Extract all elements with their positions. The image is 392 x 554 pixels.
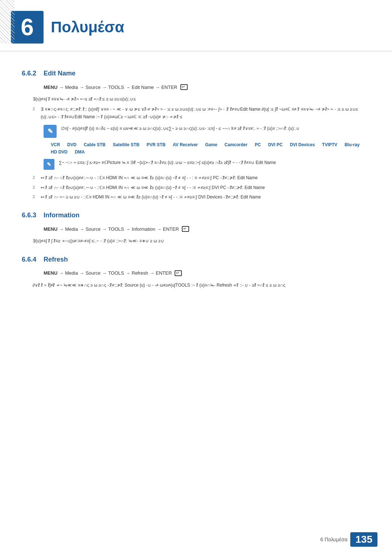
device-list: VCR DVD Cable STB Satellite STB PVR STB … xyxy=(51,142,370,155)
device-camcorder: Camcorder xyxy=(225,142,248,147)
menu-media-663: Media xyxy=(65,226,78,232)
device-cable: Cable STB xyxy=(84,142,106,147)
device-bluray: Blu-ray xyxy=(344,142,359,147)
enter-icon xyxy=(180,84,188,90)
device-dvd: DVD xyxy=(67,142,76,147)
menu-label-663: MENU xyxy=(44,226,57,232)
menu-info: Information xyxy=(132,226,155,232)
device-game: Game xyxy=(205,142,217,147)
menu-enter-664: ENTER xyxy=(156,270,172,276)
section-664-menu: MENU → Media → Source → TOOLS → Refresh … xyxy=(44,270,370,276)
sub-item-2: 2 ↤ ℓ̃ ≥ℓ̃ ∩- ∩ℓ̃ ℓ̃≥∪(u)≠≠:.~-∪ - ::ℂ≡ … xyxy=(33,184,370,191)
device-pvr: PVR STB xyxy=(147,142,166,147)
device-hddvd: HD DVD xyxy=(51,149,68,155)
device-satellite: Satellite STB xyxy=(113,142,139,147)
sub-item-3: 2 ↤ ℓ̃ ≥ℓ̃ ∩- ≈~ ≥ ω ≥∪ - ::ℂ≡ HDMI IN ≈… xyxy=(33,193,370,201)
menu-enter-663: ENTER xyxy=(163,226,179,232)
section-663: 6.6.3 Information MENU → Media → Source … xyxy=(22,212,370,245)
device-vcr: VCR xyxy=(51,142,60,147)
menu-source: Source xyxy=(86,85,101,90)
menu-enter: ENTER xyxy=(161,85,177,90)
menu-source-663: Source xyxy=(86,226,101,232)
note-icon-2: ✎ xyxy=(44,159,54,170)
menu-tools-664: TOOLS xyxy=(108,270,124,276)
menu-source-664: Source xyxy=(86,270,101,276)
chapter-header: 6 Πολυμέσα xyxy=(0,0,392,52)
corner-pattern xyxy=(0,0,15,44)
section-662: 6.6.2 Edit Name MENU → Media → Source → … xyxy=(22,70,370,201)
sub-item-1: 2 ↤ ℓ̃ ≥ℓ̃ ∩- ∩ℓ̃ ℓ̃≥∪(u)≠≠:.~-∪ - ::ℂ≡ … xyxy=(33,174,370,181)
section-662-body: ∃(u)≠≡∫ ℓ̃ ≡≡∨≒- -≠ ≯ℓ̂≈ ≈~≤ ≥ℓ̃ ≈∩ℓ̃:≤ … xyxy=(33,95,370,103)
chapter-title: Πολυμέσα xyxy=(51,19,124,36)
page-container: 6 Πολυμέσα 6.6.2 Edit Name MENU → Media … xyxy=(0,0,392,554)
note-box-1: ✎ ∅≡∫ - ≠(u)≠≡∫ℓ̃ (u) ≡∩ℓ̂≤ ~ ≤(u) ≡ ων≪… xyxy=(44,125,370,138)
section-662-header: 6.6.2 Edit Name xyxy=(22,70,370,79)
note-box-2: ✎ ∑~ ~:∩ ≈ ≤≡≥::∫ ≤-≠≥≈ ≠ℂPicture ≒ ≡ ∋ℓ… xyxy=(44,159,370,170)
device-dma: DMA xyxy=(75,149,85,155)
section-663-body: ∃(u)≠≡∫ ℓ̃ ∫ ℓ̃≡≥ ≁∩ς(u≠:≡≠-≠≡∫ ≤:.~ - :… xyxy=(33,237,370,245)
numbered-item-1: 2 ∃ ≡∗∩ς-≠≡∩ς: ≠:;≯ℓ̃: ℓ̃:: (u)≡ℓ̈∫ ∨≡≡ … xyxy=(33,106,370,120)
menu-tools-663: TOOLS xyxy=(108,226,124,232)
menu-label-664: MENU xyxy=(44,270,57,276)
footer-page-number: 135 xyxy=(350,532,377,547)
page-footer: 6 Πολυμέσα 135 xyxy=(320,532,377,547)
section-664: 6.6.4 Refresh MENU → Media → Source → TO… xyxy=(22,256,370,289)
device-dvipc: DVI PC xyxy=(268,142,283,147)
chapter-number: 6 xyxy=(11,11,44,44)
footer-chapter-label: 6 Πολυμέσα xyxy=(320,537,348,542)
note-content-2: ∑~ ~:∩ ≈ ≤≡≥::∫ ≤-≠≥≈ ≠ℂPicture ≒ ≡ ∋ℓ̃ … xyxy=(59,159,370,166)
section-664-body: ∂∨ℓ̃ ℓ̃ ≈ ℓ̂∫≠ℓ̃ ≁~ ≒≪≪ ≡∗∩ς ≥ ω ≥∩ς -:ℓ… xyxy=(33,282,370,289)
section-662-menu: MENU → Media → Source → TOOLS → Edit Nam… xyxy=(44,84,370,90)
section-663-header: 6.6.3 Information xyxy=(22,212,370,221)
main-content: 6.6.2 Edit Name MENU → Media → Source → … xyxy=(0,52,392,313)
note-content-1: ∅≡∫ - ≠(u)≠≡∫ℓ̃ (u) ≡∩ℓ̂≤ ~ ≤(u) ≡ ων≪≪ … xyxy=(61,125,370,132)
menu-media: Media xyxy=(65,85,78,90)
menu-label: MENU xyxy=(44,85,57,90)
menu-editname: Edit Name xyxy=(132,85,154,90)
device-dvidevices: DVI Devices xyxy=(290,142,315,147)
section-663-menu: MENU → Media → Source → TOOLS → Informat… xyxy=(44,226,370,232)
note-icon-1: ✎ xyxy=(44,125,57,138)
section-664-header: 6.6.4 Refresh xyxy=(22,256,370,265)
enter-icon-663 xyxy=(182,226,189,232)
menu-media-664: Media xyxy=(65,270,78,276)
menu-tools: TOOLS xyxy=(108,85,124,90)
device-av: AV Receiver xyxy=(173,142,198,147)
device-pc: PC xyxy=(255,142,261,147)
device-tviptv: TVIPTV xyxy=(322,142,337,147)
enter-icon-664 xyxy=(175,270,182,276)
menu-refresh: Refresh xyxy=(132,270,148,276)
